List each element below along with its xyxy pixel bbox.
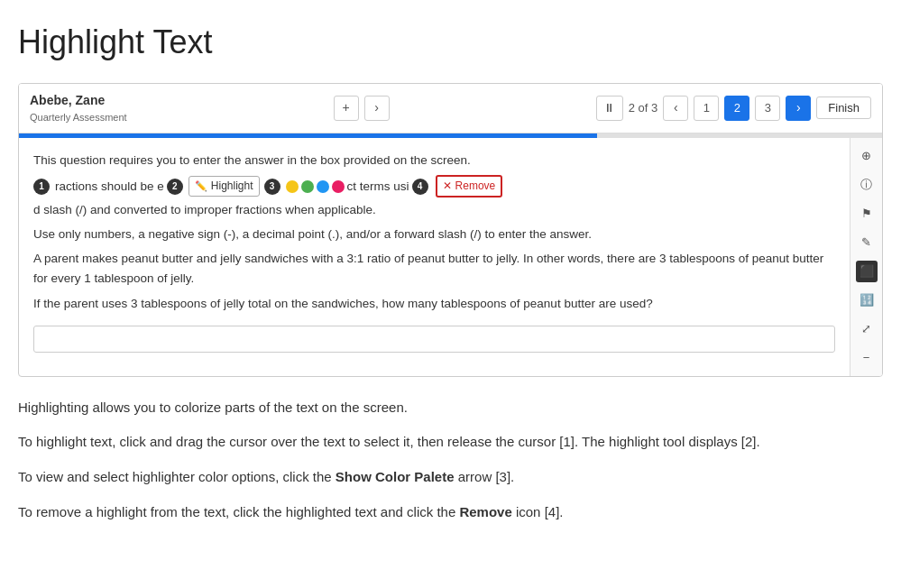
prev-page-button[interactable]: ‹ — [663, 96, 688, 121]
student-name: Abebe, Zane — [30, 91, 127, 110]
suffix-text: d slash (/) and converted to improper fr… — [33, 200, 376, 220]
next-page-button[interactable]: › — [786, 96, 811, 121]
pencil-icon: ✏️ — [195, 179, 207, 195]
remove-icon: ✕ — [443, 178, 452, 195]
answer-input[interactable] — [33, 326, 835, 353]
remove-tool[interactable]: ✕ Remove — [436, 175, 503, 198]
page-2-button[interactable]: 2 — [724, 96, 749, 121]
highlight-label: Highlight — [211, 178, 253, 195]
assessment-body: This question requires you to enter the … — [19, 138, 882, 376]
color-green[interactable] — [301, 180, 314, 193]
annotation-1: 1 — [33, 179, 50, 195]
flag-icon[interactable]: ⚑ — [856, 203, 878, 225]
page-3-button[interactable]: 3 — [755, 96, 780, 121]
page-info: 2 of 3 — [629, 99, 658, 117]
desc-4-suffix: icon [4]. — [512, 504, 564, 519]
pause-icon: ⏸ — [603, 99, 615, 117]
desc-3-suffix: arrow [3]. — [455, 469, 515, 484]
chevron-right-icon: › — [796, 98, 801, 117]
question-line-4: A parent makes peanut butter and jelly s… — [33, 249, 835, 288]
color-blue[interactable] — [317, 180, 329, 193]
finish-button[interactable]: Finish — [816, 96, 871, 119]
assessment-container: Abebe, Zane Quarterly Assessment + › ⏸ 2… — [18, 83, 883, 377]
expand-icon[interactable]: ⤢ — [856, 318, 878, 340]
pencil-tool-icon[interactable]: ✎ — [856, 232, 878, 253]
eraser-icon[interactable]: ⬛ — [856, 261, 878, 282]
calculator-icon[interactable]: 🔢 — [856, 289, 878, 311]
desc-4-bold: Remove — [459, 504, 511, 519]
desc-4-prefix: To remove a highlight from the text, cli… — [18, 504, 459, 519]
page-title: Highlight Text — [18, 18, 883, 67]
desc-3-bold: Show Color Palete — [336, 469, 455, 484]
assessment-header: Abebe, Zane Quarterly Assessment + › ⏸ 2… — [19, 84, 882, 133]
desc-para-1: Highlighting allows you to colorize part… — [18, 397, 883, 419]
forward-button[interactable]: › — [364, 96, 390, 121]
sidebar-icons: ⊕ ⓘ ⚑ ✎ ⬛ 🔢 ⤢ − — [850, 138, 882, 376]
highlight-tool[interactable]: ✏️ Highlight — [188, 176, 260, 197]
header-center-controls: + › — [334, 96, 390, 121]
color-yellow[interactable] — [286, 180, 299, 193]
remove-label: Remove — [455, 178, 496, 195]
desc-para-4: To remove a highlight from the text, cli… — [18, 501, 883, 524]
desc-para-2: To highlight text, click and drag the cu… — [18, 431, 883, 454]
student-info: Abebe, Zane Quarterly Assessment — [30, 91, 127, 125]
question-line-1: This question requires you to enter the … — [33, 151, 835, 170]
annotation-2: 2 — [167, 179, 183, 195]
question-line-3: Use only numbers, a negative sign (-), a… — [33, 225, 835, 244]
terms-text: ct terms usi — [347, 177, 409, 197]
question-line-5: If the parent uses 3 tablespoons of jell… — [33, 294, 835, 314]
assessment-label: Quarterly Assessment — [30, 110, 127, 125]
pause-button[interactable]: ⏸ — [596, 96, 623, 121]
chevron-left-icon: ‹ — [674, 98, 678, 117]
desc-3-prefix: To view and select highlighter color opt… — [18, 469, 336, 484]
bookmark-icon[interactable]: ⊕ — [856, 145, 878, 167]
fraction-text: ractions should be e — [55, 177, 164, 197]
annotation-3: 3 — [264, 179, 280, 195]
page-1-button[interactable]: 1 — [694, 96, 719, 121]
color-pink[interactable] — [332, 180, 345, 193]
minus-icon[interactable]: − — [856, 347, 878, 369]
annotation-4: 4 — [412, 179, 428, 195]
question-area: This question requires you to enter the … — [19, 138, 850, 376]
description-section: Highlighting allows you to colorize part… — [18, 397, 883, 524]
navigation-controls: ⏸ 2 of 3 ‹ 1 2 3 › Finish — [596, 96, 871, 121]
add-button[interactable]: + — [334, 96, 359, 121]
info-icon[interactable]: ⓘ — [856, 174, 878, 196]
question-line-2-row: 1 ractions should be e 2 ✏️ Highlight 3 … — [33, 175, 835, 220]
desc-para-3: To view and select highlighter color opt… — [18, 466, 883, 489]
